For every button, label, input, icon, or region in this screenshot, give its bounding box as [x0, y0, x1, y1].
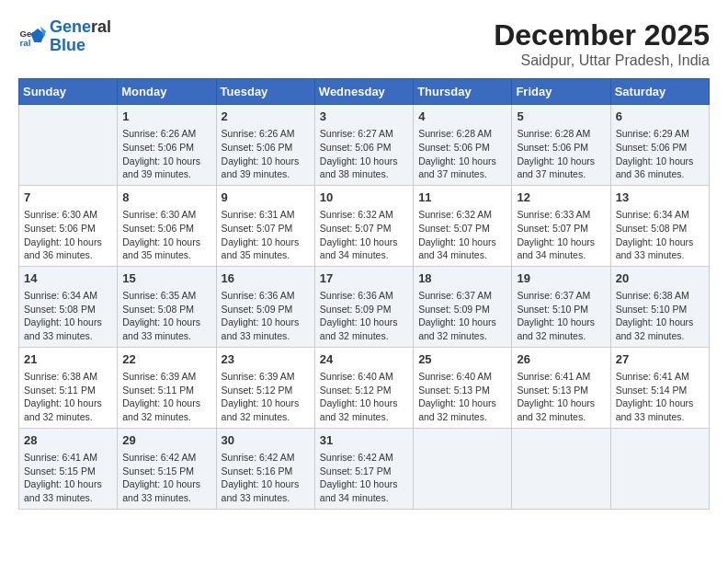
- day-number: 17: [320, 270, 408, 287]
- day-number: 31: [320, 432, 408, 449]
- logo-text-line1: General: [50, 18, 111, 37]
- day-number: 14: [24, 270, 112, 287]
- day-number: 26: [517, 351, 605, 368]
- calendar-cell: 22Sunrise: 6:39 AM Sunset: 5:11 PM Dayli…: [118, 347, 216, 428]
- day-number: 3: [320, 109, 408, 125]
- day-number: 19: [517, 270, 605, 287]
- calendar-header-row: SundayMondayTuesdayWednesdayThursdayFrid…: [19, 79, 710, 105]
- day-info: Sunrise: 6:32 AM Sunset: 5:07 PM Dayligh…: [418, 208, 506, 262]
- calendar-cell: [19, 105, 118, 186]
- logo-icon: Gene- ral: [18, 23, 46, 51]
- svg-text:ral: ral: [20, 38, 31, 48]
- day-info: Sunrise: 6:38 AM Sunset: 5:11 PM Dayligh…: [24, 370, 112, 424]
- calendar-cell: 31Sunrise: 6:42 AM Sunset: 5:17 PM Dayli…: [314, 428, 413, 509]
- header-sunday: Sunday: [19, 79, 118, 105]
- calendar-cell: 4Sunrise: 6:28 AM Sunset: 5:06 PM Daylig…: [414, 105, 512, 186]
- day-number: 5: [517, 109, 605, 125]
- day-number: 6: [616, 109, 704, 125]
- calendar-cell: 2Sunrise: 6:26 AM Sunset: 5:06 PM Daylig…: [216, 105, 314, 186]
- calendar-cell: 10Sunrise: 6:32 AM Sunset: 5:07 PM Dayli…: [314, 185, 413, 266]
- day-number: 9: [222, 190, 310, 206]
- calendar-cell: 14Sunrise: 6:34 AM Sunset: 5:08 PM Dayli…: [19, 266, 118, 347]
- day-number: 8: [122, 190, 210, 206]
- day-number: 2: [222, 109, 310, 125]
- day-number: 28: [24, 432, 112, 449]
- header-friday: Friday: [512, 79, 610, 105]
- day-info: Sunrise: 6:33 AM Sunset: 5:07 PM Dayligh…: [517, 208, 605, 262]
- calendar-cell: 9Sunrise: 6:31 AM Sunset: 5:07 PM Daylig…: [216, 185, 314, 266]
- calendar-cell: 15Sunrise: 6:35 AM Sunset: 5:08 PM Dayli…: [118, 266, 216, 347]
- day-info: Sunrise: 6:28 AM Sunset: 5:06 PM Dayligh…: [418, 127, 506, 181]
- calendar-cell: 30Sunrise: 6:42 AM Sunset: 5:16 PM Dayli…: [216, 428, 314, 509]
- day-number: 15: [122, 270, 210, 287]
- day-number: 13: [616, 190, 704, 206]
- day-number: 30: [222, 432, 310, 449]
- week-row-1: 7Sunrise: 6:30 AM Sunset: 5:06 PM Daylig…: [19, 185, 710, 266]
- calendar-cell: 18Sunrise: 6:37 AM Sunset: 5:09 PM Dayli…: [414, 266, 512, 347]
- calendar-cell: 8Sunrise: 6:30 AM Sunset: 5:06 PM Daylig…: [118, 185, 216, 266]
- day-info: Sunrise: 6:30 AM Sunset: 5:06 PM Dayligh…: [122, 208, 210, 262]
- logo: Gene- ral General Blue: [18, 18, 111, 55]
- day-number: 16: [222, 270, 310, 287]
- day-info: Sunrise: 6:28 AM Sunset: 5:06 PM Dayligh…: [517, 127, 605, 181]
- calendar-cell: 3Sunrise: 6:27 AM Sunset: 5:06 PM Daylig…: [314, 105, 413, 186]
- calendar-cell: 7Sunrise: 6:30 AM Sunset: 5:06 PM Daylig…: [19, 185, 118, 266]
- day-number: 7: [24, 190, 112, 206]
- day-info: Sunrise: 6:42 AM Sunset: 5:16 PM Dayligh…: [222, 451, 310, 505]
- calendar-cell: 23Sunrise: 6:39 AM Sunset: 5:12 PM Dayli…: [216, 347, 314, 428]
- day-info: Sunrise: 6:29 AM Sunset: 5:06 PM Dayligh…: [616, 127, 704, 181]
- day-info: Sunrise: 6:38 AM Sunset: 5:10 PM Dayligh…: [616, 289, 704, 343]
- calendar-cell: 1Sunrise: 6:26 AM Sunset: 5:06 PM Daylig…: [118, 105, 216, 186]
- calendar-cell: 25Sunrise: 6:40 AM Sunset: 5:13 PM Dayli…: [414, 347, 512, 428]
- day-number: 10: [320, 190, 408, 206]
- sub-title: Saidpur, Uttar Pradesh, India: [494, 52, 710, 69]
- calendar-cell: 6Sunrise: 6:29 AM Sunset: 5:06 PM Daylig…: [610, 105, 709, 186]
- header-tuesday: Tuesday: [216, 79, 314, 105]
- header-monday: Monday: [118, 79, 216, 105]
- calendar-cell: 28Sunrise: 6:41 AM Sunset: 5:15 PM Dayli…: [19, 428, 118, 509]
- day-number: 4: [418, 109, 506, 125]
- calendar-cell: 11Sunrise: 6:32 AM Sunset: 5:07 PM Dayli…: [414, 185, 512, 266]
- day-info: Sunrise: 6:31 AM Sunset: 5:07 PM Dayligh…: [222, 208, 310, 262]
- header-saturday: Saturday: [610, 79, 709, 105]
- calendar-cell: 20Sunrise: 6:38 AM Sunset: 5:10 PM Dayli…: [610, 266, 709, 347]
- day-info: Sunrise: 6:39 AM Sunset: 5:11 PM Dayligh…: [122, 370, 210, 424]
- day-info: Sunrise: 6:34 AM Sunset: 5:08 PM Dayligh…: [616, 208, 704, 262]
- day-info: Sunrise: 6:32 AM Sunset: 5:07 PM Dayligh…: [320, 208, 408, 262]
- day-number: 27: [616, 351, 704, 368]
- day-info: Sunrise: 6:35 AM Sunset: 5:08 PM Dayligh…: [122, 289, 210, 343]
- day-info: Sunrise: 6:34 AM Sunset: 5:08 PM Dayligh…: [24, 289, 112, 343]
- day-number: 22: [122, 351, 210, 368]
- logo-text-line2: Blue: [50, 37, 111, 55]
- calendar-cell: 24Sunrise: 6:40 AM Sunset: 5:12 PM Dayli…: [314, 347, 413, 428]
- calendar-cell: [610, 428, 709, 509]
- page-header: Gene- ral General Blue December 2025 Sai…: [18, 18, 710, 69]
- day-number: 11: [418, 190, 506, 206]
- calendar-cell: 26Sunrise: 6:41 AM Sunset: 5:13 PM Dayli…: [512, 347, 610, 428]
- day-info: Sunrise: 6:37 AM Sunset: 5:09 PM Dayligh…: [418, 289, 506, 343]
- day-info: Sunrise: 6:41 AM Sunset: 5:15 PM Dayligh…: [24, 451, 112, 505]
- calendar-cell: 13Sunrise: 6:34 AM Sunset: 5:08 PM Dayli…: [610, 185, 709, 266]
- day-info: Sunrise: 6:37 AM Sunset: 5:10 PM Dayligh…: [517, 289, 605, 343]
- calendar-cell: 5Sunrise: 6:28 AM Sunset: 5:06 PM Daylig…: [512, 105, 610, 186]
- day-number: 18: [418, 270, 506, 287]
- day-number: 1: [122, 109, 210, 125]
- calendar-cell: 19Sunrise: 6:37 AM Sunset: 5:10 PM Dayli…: [512, 266, 610, 347]
- week-row-2: 14Sunrise: 6:34 AM Sunset: 5:08 PM Dayli…: [19, 266, 710, 347]
- calendar-cell: 27Sunrise: 6:41 AM Sunset: 5:14 PM Dayli…: [610, 347, 709, 428]
- main-title: December 2025: [494, 18, 710, 52]
- day-info: Sunrise: 6:42 AM Sunset: 5:15 PM Dayligh…: [122, 451, 210, 505]
- day-number: 23: [222, 351, 310, 368]
- calendar-cell: 17Sunrise: 6:36 AM Sunset: 5:09 PM Dayli…: [314, 266, 413, 347]
- header-thursday: Thursday: [414, 79, 512, 105]
- calendar-cell: 16Sunrise: 6:36 AM Sunset: 5:09 PM Dayli…: [216, 266, 314, 347]
- day-number: 29: [122, 432, 210, 449]
- calendar-cell: [512, 428, 610, 509]
- day-number: 20: [616, 270, 704, 287]
- day-number: 12: [517, 190, 605, 206]
- day-info: Sunrise: 6:26 AM Sunset: 5:06 PM Dayligh…: [122, 127, 210, 181]
- day-info: Sunrise: 6:30 AM Sunset: 5:06 PM Dayligh…: [24, 208, 112, 262]
- day-info: Sunrise: 6:41 AM Sunset: 5:13 PM Dayligh…: [517, 370, 605, 424]
- week-row-0: 1Sunrise: 6:26 AM Sunset: 5:06 PM Daylig…: [19, 105, 710, 186]
- calendar-cell: 29Sunrise: 6:42 AM Sunset: 5:15 PM Dayli…: [118, 428, 216, 509]
